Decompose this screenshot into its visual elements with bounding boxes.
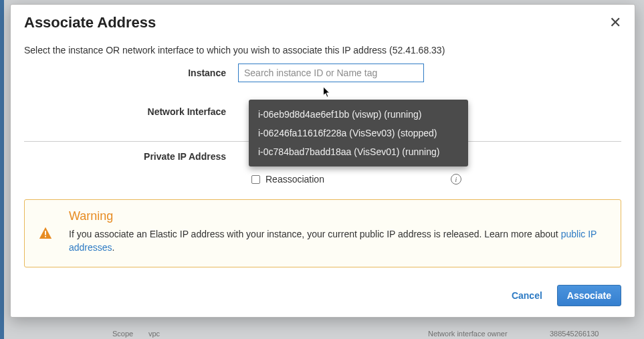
modal-title: Associate Address <box>24 14 156 31</box>
reassociation-row: Reassociation i <box>24 174 621 185</box>
close-icon[interactable]: ✕ <box>609 14 621 31</box>
reassociation-label: Reassociation <box>265 174 324 185</box>
reassociation-checkbox-wrap[interactable]: Reassociation <box>251 174 324 185</box>
svg-rect-0 <box>45 231 46 235</box>
warning-title: Warning <box>69 209 607 223</box>
instance-search-input[interactable] <box>238 64 424 82</box>
bg-owner-value: 388545266130 <box>550 330 599 338</box>
instance-row: Instance <box>24 64 621 82</box>
background-sidebar-strip <box>0 0 4 339</box>
svg-rect-1 <box>45 236 46 237</box>
bg-scope-value: vpc <box>148 330 160 338</box>
warning-text: If you associate an Elastic IP address w… <box>69 227 607 255</box>
associate-button[interactable]: Associate <box>557 285 621 306</box>
modal-footer: Cancel Associate <box>11 277 635 317</box>
warning-box: Warning If you associate an Elastic IP a… <box>24 199 621 267</box>
network-interface-label: Network Interface <box>24 106 238 117</box>
instance-label: Instance <box>24 68 238 78</box>
background-details-strip: Scope vpc Network interface owner 388545… <box>0 330 644 339</box>
instance-dropdown[interactable]: i-06eb9d8d4ae6ef1bb (viswp) (running) i-… <box>249 100 468 166</box>
bg-owner-label: Network interface owner <box>428 330 508 338</box>
associate-address-modal: Associate Address ✕ Select the instance … <box>10 4 635 318</box>
dropdown-item[interactable]: i-06eb9d8d4ae6ef1bb (viswp) (running) <box>249 105 468 124</box>
warning-icon <box>38 212 53 255</box>
info-icon[interactable]: i <box>451 174 461 185</box>
warning-content: Warning If you associate an Elastic IP a… <box>69 209 607 255</box>
cancel-button[interactable]: Cancel <box>512 290 542 301</box>
warning-text-after: . <box>112 242 115 253</box>
reassociation-checkbox[interactable] <box>251 175 260 184</box>
warning-text-part: If you associate an Elastic IP address w… <box>69 229 561 239</box>
dropdown-item[interactable]: i-0c784bad7badd18aa (VisSev01) (running) <box>249 142 468 161</box>
private-ip-label: Private IP Address <box>24 151 238 162</box>
modal-description: Select the instance OR network interface… <box>24 45 621 55</box>
modal-header: Associate Address ✕ <box>11 5 635 38</box>
bg-scope-label: Scope <box>112 330 133 338</box>
dropdown-item[interactable]: i-06246fa11616f228a (VisSev03) (stopped) <box>249 124 468 142</box>
